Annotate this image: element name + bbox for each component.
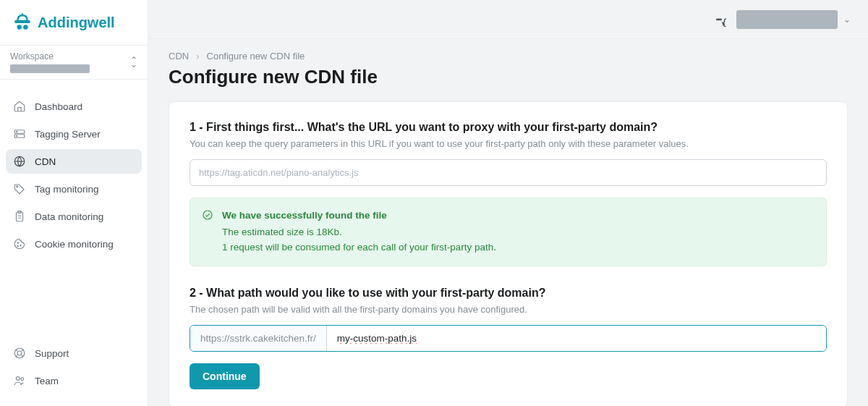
- svg-point-12: [20, 245, 21, 246]
- continue-button[interactable]: Continue: [190, 363, 260, 389]
- step-2: 2 - What path would you like to use with…: [190, 287, 827, 389]
- path-prefix: https://sstrk.cakekitchen.fr/: [190, 326, 327, 351]
- sidebar-item-team[interactable]: Team: [6, 368, 142, 393]
- lifebuoy-icon: [13, 347, 26, 360]
- breadcrumb: CDN › Configure new CDN file: [169, 51, 848, 62]
- sidebar-item-tag-monitoring[interactable]: Tag monitoring: [6, 177, 142, 201]
- config-card: 1 - First things first... What's the URL…: [169, 101, 848, 406]
- user-menu[interactable]: ⌄: [736, 10, 851, 29]
- sidebar-item-label: Team: [35, 376, 59, 386]
- chat-icon[interactable]: [712, 12, 726, 27]
- sidebar: Addingwell Workspace ⌃⌄ Dashboard Taggin…: [0, 0, 148, 406]
- sidebar-item-label: CDN: [35, 156, 56, 167]
- proxy-url-input[interactable]: [190, 159, 827, 186]
- svg-rect-2: [22, 14, 23, 16]
- chevron-down-icon: ⌄: [843, 14, 851, 25]
- path-input-group: https://sstrk.cakekitchen.fr/: [190, 325, 827, 352]
- svg-point-21: [203, 211, 212, 219]
- check-circle-icon: [202, 209, 213, 221]
- sidebar-nav: Dashboard Tagging Server CDN Tag monitor…: [0, 80, 148, 335]
- sidebar-item-label: Dashboard: [35, 101, 82, 112]
- users-icon: [13, 374, 26, 387]
- svg-point-1: [23, 25, 28, 30]
- user-name-placeholder: [736, 10, 838, 29]
- custom-path-input[interactable]: [327, 326, 826, 351]
- alert-line-1: The estimated size is 18Kb.: [222, 225, 814, 240]
- content-area: CDN › Configure new CDN file Configure n…: [148, 39, 868, 406]
- step1-subtitle: You can keep the query parameters in thi…: [190, 138, 827, 149]
- sidebar-item-dashboard[interactable]: Dashboard: [6, 94, 142, 119]
- page-title: Configure new CDN file: [169, 66, 848, 88]
- alert-headline: We have successfully found the file: [222, 208, 814, 224]
- sidebar-footer: Support Team: [0, 335, 148, 406]
- cookie-icon: [13, 237, 26, 250]
- sidebar-item-cdn[interactable]: CDN: [6, 149, 142, 174]
- svg-point-17: [21, 378, 24, 381]
- svg-point-15: [17, 351, 22, 355]
- tag-icon: [13, 182, 26, 195]
- svg-point-20: [720, 19, 722, 20]
- sidebar-item-support[interactable]: Support: [6, 341, 142, 365]
- chevron-up-down-icon: ⌃⌄: [130, 58, 137, 67]
- success-alert: We have successfully found the file The …: [190, 198, 827, 266]
- svg-point-0: [17, 25, 22, 30]
- globe-icon: [13, 155, 26, 168]
- main: ⌄ CDN › Configure new CDN file Configure…: [148, 0, 868, 406]
- sidebar-item-label: Tag monitoring: [35, 184, 99, 195]
- alert-line-2: 1 request will be consumed for each call…: [222, 240, 814, 255]
- brand-name: Addingwell: [38, 14, 115, 31]
- sidebar-item-label: Tagging Server: [35, 129, 101, 140]
- svg-point-8: [17, 186, 18, 187]
- svg-point-19: [718, 19, 720, 20]
- sidebar-item-tagging-server[interactable]: Tagging Server: [6, 122, 142, 146]
- svg-point-16: [16, 377, 20, 381]
- home-icon: [13, 100, 26, 113]
- topbar: ⌄: [148, 0, 868, 39]
- svg-point-13: [17, 245, 18, 246]
- svg-point-11: [17, 242, 18, 243]
- clipboard-icon: [13, 210, 26, 223]
- workspace-label: Workspace: [10, 51, 137, 62]
- step2-subtitle: The chosen path will be valid with all t…: [190, 304, 827, 315]
- svg-point-18: [717, 19, 718, 20]
- server-icon: [13, 127, 26, 140]
- svg-point-6: [17, 135, 17, 136]
- sidebar-item-cookie-monitoring[interactable]: Cookie monitoring: [6, 232, 142, 256]
- sidebar-item-data-monitoring[interactable]: Data monitoring: [6, 204, 142, 229]
- brand-logo: Addingwell: [0, 0, 148, 45]
- breadcrumb-root[interactable]: CDN: [169, 51, 189, 62]
- chevron-right-icon: ›: [196, 51, 199, 62]
- breadcrumb-current: Configure new CDN file: [207, 51, 305, 62]
- step-1: 1 - First things first... What's the URL…: [190, 121, 827, 266]
- workspace-switcher[interactable]: Workspace ⌃⌄: [0, 45, 148, 80]
- sidebar-item-label: Support: [35, 348, 69, 359]
- sidebar-item-label: Cookie monitoring: [35, 239, 114, 250]
- workspace-current-placeholder: [10, 64, 90, 73]
- svg-point-5: [17, 131, 17, 132]
- step1-title: 1 - First things first... What's the URL…: [190, 121, 827, 134]
- step2-title: 2 - What path would you like to use with…: [190, 287, 827, 300]
- sidebar-item-label: Data monitoring: [35, 211, 103, 222]
- addingwell-logo-icon: [13, 13, 32, 32]
